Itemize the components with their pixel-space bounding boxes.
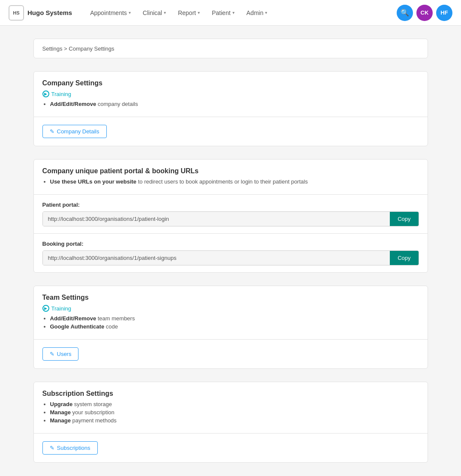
nav-item-patient[interactable]: Patient ▾ [207, 6, 240, 20]
search-button[interactable]: 🔍 [397, 5, 413, 21]
company-settings-title: Company Settings [42, 79, 419, 87]
brand-name: Hugo Systems [27, 9, 72, 16]
portal-urls-card: Company unique patient portal & booking … [33, 159, 428, 273]
subscriptions-button[interactable]: ✎ Subscriptions [42, 441, 98, 455]
avatar-ck[interactable]: CK [416, 5, 433, 21]
search-icon: 🔍 [401, 9, 409, 17]
subscription-settings-title: Subscription Settings [42, 390, 419, 398]
nav-items: Appointments ▾ Clinical ▾ Report ▾ Patie… [85, 6, 392, 20]
portal-urls-bullets: Use these URLs on your website to redire… [42, 178, 419, 185]
booking-portal-url-row: Copy [42, 250, 419, 265]
edit-icon: ✎ [50, 351, 54, 357]
brand-logo: HS [9, 5, 24, 21]
users-button[interactable]: ✎ Users [42, 347, 79, 361]
edit-icon: ✎ [50, 445, 54, 451]
team-settings-bullets: Add/Edit/Remove team members Google Auth… [42, 315, 419, 330]
subscription-settings-card: Subscription Settings Upgrade system sto… [33, 382, 428, 463]
patient-portal-section: Patient portal: Copy [34, 194, 428, 233]
bullet-item: Upgrade system storage [50, 401, 419, 407]
subscription-settings-body: ✎ Subscriptions [34, 434, 428, 462]
subscription-settings-header: Subscription Settings Upgrade system sto… [34, 382, 428, 434]
team-settings-header: Team Settings ▶ Training Add/Edit/Remove… [34, 286, 428, 340]
company-settings-card: Company Settings ▶ Training Add/Edit/Rem… [33, 71, 428, 146]
breadcrumb: Settings > Company Settings [42, 45, 114, 52]
booking-portal-section: Booking portal: Copy [34, 233, 428, 272]
bullet-item: Manage your subscription [50, 409, 419, 416]
company-settings-training-link[interactable]: ▶ Training [42, 90, 419, 97]
portal-urls-header: Company unique patient portal & booking … [34, 160, 428, 194]
chevron-down-icon: ▾ [129, 10, 131, 15]
nav-item-clinical[interactable]: Clinical ▾ [138, 6, 171, 20]
nav-item-report[interactable]: Report ▾ [173, 6, 205, 20]
nav-item-admin[interactable]: Admin ▾ [241, 6, 273, 20]
chevron-down-icon: ▾ [232, 10, 235, 15]
team-settings-training-link[interactable]: ▶ Training [42, 305, 419, 312]
company-settings-body: ✎ Company Details [34, 117, 428, 146]
chevron-down-icon: ▾ [164, 10, 166, 15]
patient-portal-url-row: Copy [42, 211, 419, 226]
portal-urls-title: Company unique patient portal & booking … [42, 167, 419, 175]
booking-portal-url-input[interactable] [43, 251, 390, 265]
bullet-item: Add/Edit/Remove team members [50, 315, 419, 322]
team-settings-card: Team Settings ▶ Training Add/Edit/Remove… [33, 286, 428, 369]
booking-portal-copy-button[interactable]: Copy [390, 251, 418, 265]
play-icon: ▶ [42, 305, 49, 312]
nav-actions: 🔍 CK HF [397, 5, 452, 21]
company-details-button[interactable]: ✎ Company Details [42, 125, 107, 138]
breadcrumb-settings-link[interactable]: Settings [42, 45, 63, 52]
bullet-item: Use these URLs on your website to redire… [50, 178, 419, 185]
bullet-item: Add/Edit/Remove company details [50, 101, 419, 107]
patient-portal-label: Patient portal: [42, 202, 419, 208]
company-settings-bullets: Add/Edit/Remove company details [42, 101, 419, 107]
avatar-hf[interactable]: HF [436, 5, 452, 21]
booking-portal-label: Booking portal: [42, 241, 419, 247]
subscription-settings-bullets: Upgrade system storage Manage your subsc… [42, 401, 419, 424]
brand-logo-link[interactable]: HS Hugo Systems [9, 5, 72, 21]
patient-portal-copy-button[interactable]: Copy [390, 212, 418, 226]
chevron-down-icon: ▾ [265, 10, 267, 15]
bullet-item: Google Authenticate code [50, 323, 419, 330]
play-icon: ▶ [42, 90, 49, 97]
chevron-down-icon: ▾ [198, 10, 200, 15]
navbar: HS Hugo Systems Appointments ▾ Clinical … [0, 0, 461, 26]
team-settings-title: Team Settings [42, 294, 419, 301]
company-settings-header: Company Settings ▶ Training Add/Edit/Rem… [34, 72, 428, 117]
edit-icon: ✎ [50, 128, 54, 135]
patient-portal-url-input[interactable] [43, 212, 390, 226]
main-content: Settings > Company Settings Company Sett… [25, 26, 437, 476]
bullet-item: Manage payment methods [50, 417, 419, 424]
breadcrumb-card: Settings > Company Settings [33, 39, 428, 58]
team-settings-body: ✎ Users [34, 340, 428, 368]
nav-item-appointments[interactable]: Appointments ▾ [85, 6, 136, 20]
